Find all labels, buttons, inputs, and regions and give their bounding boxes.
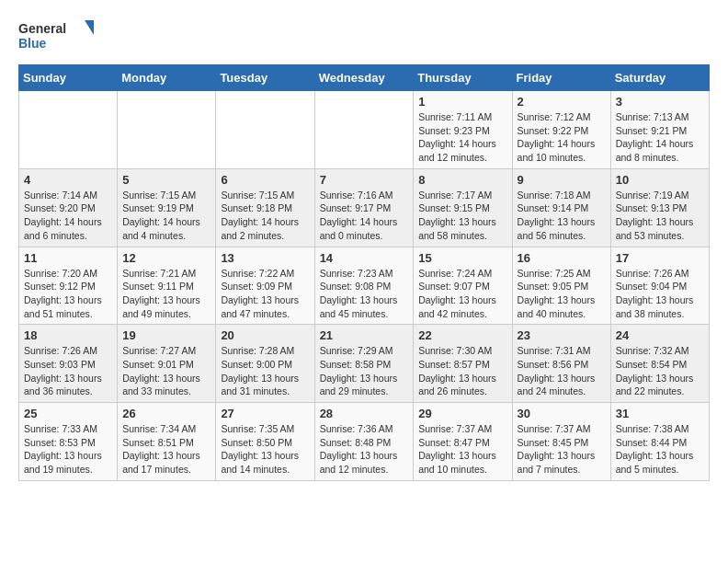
day-number: 26 <box>122 407 210 420</box>
day-info: Sunrise: 7:13 AM Sunset: 9:21 PM Dayligh… <box>616 110 704 165</box>
day-number: 28 <box>320 407 409 420</box>
day-info: Sunrise: 7:16 AM Sunset: 9:17 PM Dayligh… <box>320 189 409 243</box>
day-number: 14 <box>320 251 409 265</box>
day-number: 18 <box>24 328 112 342</box>
calendar-cell: 10Sunrise: 7:19 AM Sunset: 9:13 PM Dayli… <box>610 168 709 247</box>
calendar-cell: 6Sunrise: 7:15 AM Sunset: 9:18 PM Daylig… <box>216 168 314 247</box>
calendar-cell: 24Sunrise: 7:32 AM Sunset: 8:54 PM Dayli… <box>610 325 709 403</box>
day-number: 9 <box>518 173 606 187</box>
calendar-cell: 4Sunrise: 7:14 AM Sunset: 9:20 PM Daylig… <box>19 168 118 247</box>
column-header-sunday: Sunday <box>19 65 118 91</box>
day-number: 4 <box>24 173 112 187</box>
calendar-cell: 2Sunrise: 7:12 AM Sunset: 9:22 PM Daylig… <box>512 91 610 169</box>
calendar-cell: 21Sunrise: 7:29 AM Sunset: 8:58 PM Dayli… <box>314 325 414 403</box>
day-info: Sunrise: 7:31 AM Sunset: 8:56 PM Dayligh… <box>518 344 606 398</box>
calendar-cell: 13Sunrise: 7:22 AM Sunset: 9:09 PM Dayli… <box>216 247 314 325</box>
day-number: 23 <box>518 328 606 342</box>
day-number: 5 <box>122 173 210 187</box>
day-info: Sunrise: 7:22 AM Sunset: 9:09 PM Dayligh… <box>221 267 309 321</box>
day-info: Sunrise: 7:25 AM Sunset: 9:05 PM Dayligh… <box>518 267 606 321</box>
calendar-cell: 27Sunrise: 7:35 AM Sunset: 8:50 PM Dayli… <box>216 403 314 481</box>
calendar-cell: 30Sunrise: 7:37 AM Sunset: 8:45 PM Dayli… <box>512 403 610 481</box>
day-info: Sunrise: 7:37 AM Sunset: 8:45 PM Dayligh… <box>518 422 606 477</box>
header-row: SundayMondayTuesdayWednesdayThursdayFrid… <box>19 65 710 91</box>
day-number: 16 <box>518 251 606 265</box>
calendar-cell: 22Sunrise: 7:30 AM Sunset: 8:57 PM Dayli… <box>414 325 512 403</box>
calendar-cell: 18Sunrise: 7:26 AM Sunset: 9:03 PM Dayli… <box>19 325 118 403</box>
calendar-cell: 7Sunrise: 7:16 AM Sunset: 9:17 PM Daylig… <box>314 168 414 247</box>
day-number: 29 <box>418 407 506 420</box>
page-header: GeneralBlue <box>18 18 710 55</box>
day-info: Sunrise: 7:28 AM Sunset: 9:00 PM Dayligh… <box>221 344 309 398</box>
calendar-cell: 25Sunrise: 7:33 AM Sunset: 8:53 PM Dayli… <box>19 403 118 481</box>
day-info: Sunrise: 7:14 AM Sunset: 9:20 PM Dayligh… <box>24 189 112 243</box>
day-number: 1 <box>418 95 506 109</box>
day-number: 30 <box>518 407 606 420</box>
day-info: Sunrise: 7:23 AM Sunset: 9:08 PM Dayligh… <box>320 267 409 321</box>
logo: GeneralBlue <box>18 18 101 55</box>
day-info: Sunrise: 7:30 AM Sunset: 8:57 PM Dayligh… <box>418 344 506 398</box>
column-header-wednesday: Wednesday <box>314 65 414 91</box>
day-number: 31 <box>616 407 704 420</box>
week-row-2: 4Sunrise: 7:14 AM Sunset: 9:20 PM Daylig… <box>19 168 710 247</box>
calendar-cell: 26Sunrise: 7:34 AM Sunset: 8:51 PM Dayli… <box>118 403 216 481</box>
day-number: 19 <box>122 328 210 342</box>
svg-text:General: General <box>18 21 66 36</box>
calendar-cell: 23Sunrise: 7:31 AM Sunset: 8:56 PM Dayli… <box>512 325 610 403</box>
day-info: Sunrise: 7:32 AM Sunset: 8:54 PM Dayligh… <box>616 344 704 398</box>
calendar-cell: 3Sunrise: 7:13 AM Sunset: 9:21 PM Daylig… <box>610 91 709 169</box>
calendar-cell: 8Sunrise: 7:17 AM Sunset: 9:15 PM Daylig… <box>414 168 512 247</box>
calendar-cell: 1Sunrise: 7:11 AM Sunset: 9:23 PM Daylig… <box>414 91 512 169</box>
day-info: Sunrise: 7:37 AM Sunset: 8:47 PM Dayligh… <box>418 422 506 477</box>
day-info: Sunrise: 7:38 AM Sunset: 8:44 PM Dayligh… <box>616 422 704 477</box>
day-number: 15 <box>418 251 506 265</box>
day-number: 2 <box>518 95 606 109</box>
day-info: Sunrise: 7:17 AM Sunset: 9:15 PM Dayligh… <box>418 189 506 243</box>
svg-marker-2 <box>85 20 94 35</box>
calendar-cell: 31Sunrise: 7:38 AM Sunset: 8:44 PM Dayli… <box>610 403 709 481</box>
day-info: Sunrise: 7:33 AM Sunset: 8:53 PM Dayligh… <box>24 422 112 477</box>
week-row-5: 25Sunrise: 7:33 AM Sunset: 8:53 PM Dayli… <box>19 403 710 481</box>
calendar-cell: 9Sunrise: 7:18 AM Sunset: 9:14 PM Daylig… <box>512 168 610 247</box>
day-number: 17 <box>616 251 704 265</box>
day-info: Sunrise: 7:11 AM Sunset: 9:23 PM Dayligh… <box>418 110 506 165</box>
column-header-thursday: Thursday <box>414 65 512 91</box>
day-info: Sunrise: 7:21 AM Sunset: 9:11 PM Dayligh… <box>122 267 210 321</box>
day-info: Sunrise: 7:18 AM Sunset: 9:14 PM Dayligh… <box>518 189 606 243</box>
day-info: Sunrise: 7:19 AM Sunset: 9:13 PM Dayligh… <box>616 189 704 243</box>
column-header-tuesday: Tuesday <box>216 65 314 91</box>
calendar-cell: 19Sunrise: 7:27 AM Sunset: 9:01 PM Dayli… <box>118 325 216 403</box>
column-header-friday: Friday <box>512 65 610 91</box>
day-info: Sunrise: 7:35 AM Sunset: 8:50 PM Dayligh… <box>221 422 309 477</box>
day-number: 6 <box>221 173 309 187</box>
week-row-1: 1Sunrise: 7:11 AM Sunset: 9:23 PM Daylig… <box>19 91 710 169</box>
day-number: 25 <box>24 407 112 420</box>
column-header-saturday: Saturday <box>610 65 709 91</box>
day-info: Sunrise: 7:27 AM Sunset: 9:01 PM Dayligh… <box>122 344 210 398</box>
calendar-cell: 16Sunrise: 7:25 AM Sunset: 9:05 PM Dayli… <box>512 247 610 325</box>
week-row-3: 11Sunrise: 7:20 AM Sunset: 9:12 PM Dayli… <box>19 247 710 325</box>
calendar-cell: 14Sunrise: 7:23 AM Sunset: 9:08 PM Dayli… <box>314 247 414 325</box>
calendar-cell <box>216 91 314 169</box>
calendar-cell: 11Sunrise: 7:20 AM Sunset: 9:12 PM Dayli… <box>19 247 118 325</box>
day-number: 13 <box>221 251 309 265</box>
calendar-cell: 28Sunrise: 7:36 AM Sunset: 8:48 PM Dayli… <box>314 403 414 481</box>
day-info: Sunrise: 7:24 AM Sunset: 9:07 PM Dayligh… <box>418 267 506 321</box>
day-info: Sunrise: 7:15 AM Sunset: 9:18 PM Dayligh… <box>221 189 309 243</box>
logo-icon: GeneralBlue <box>18 18 101 55</box>
calendar-table: SundayMondayTuesdayWednesdayThursdayFrid… <box>18 64 710 481</box>
svg-text:Blue: Blue <box>18 36 47 51</box>
day-number: 3 <box>616 95 704 109</box>
calendar-cell: 5Sunrise: 7:15 AM Sunset: 9:19 PM Daylig… <box>118 168 216 247</box>
day-number: 11 <box>24 251 112 265</box>
day-info: Sunrise: 7:26 AM Sunset: 9:04 PM Dayligh… <box>616 267 704 321</box>
calendar-cell: 17Sunrise: 7:26 AM Sunset: 9:04 PM Dayli… <box>610 247 709 325</box>
day-info: Sunrise: 7:29 AM Sunset: 8:58 PM Dayligh… <box>320 344 409 398</box>
day-number: 12 <box>122 251 210 265</box>
day-number: 24 <box>616 328 704 342</box>
calendar-cell: 12Sunrise: 7:21 AM Sunset: 9:11 PM Dayli… <box>118 247 216 325</box>
day-number: 22 <box>418 328 506 342</box>
calendar-cell <box>314 91 414 169</box>
day-number: 20 <box>221 328 309 342</box>
calendar-cell <box>19 91 118 169</box>
